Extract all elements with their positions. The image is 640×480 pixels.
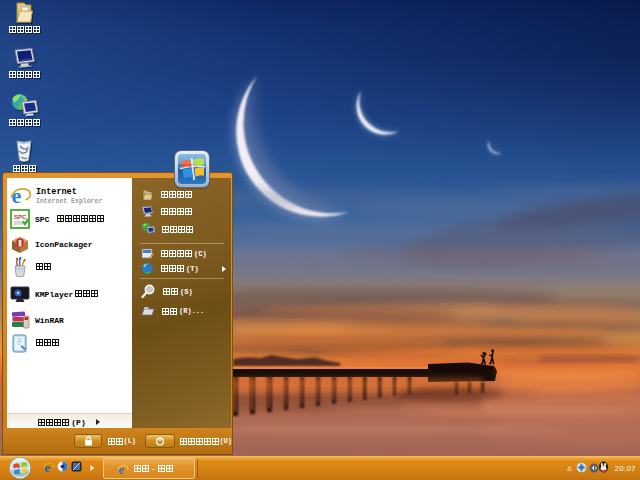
svg-text:SPC: SPC (14, 214, 27, 220)
